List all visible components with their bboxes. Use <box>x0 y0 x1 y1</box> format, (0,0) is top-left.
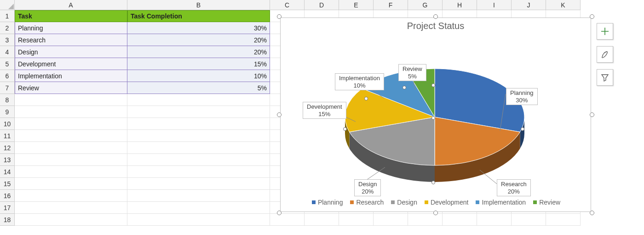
cell-C18[interactable] <box>270 214 305 226</box>
data-label[interactable]: Design20% <box>354 179 381 196</box>
worksheet: 123456789101112131415161718 ABCDEFGHIJK … <box>0 0 644 235</box>
row-header-18[interactable]: 18 <box>0 214 15 226</box>
cell-A10[interactable] <box>15 118 127 130</box>
cell-B18[interactable] <box>127 214 270 226</box>
cell-B15[interactable] <box>127 178 270 190</box>
cell-B17[interactable] <box>127 202 270 214</box>
cell-A5[interactable]: Development <box>15 58 127 70</box>
cell-A12[interactable] <box>15 142 127 154</box>
data-label[interactable]: Implementation10% <box>335 73 384 90</box>
legend-item[interactable]: Research <box>350 199 384 206</box>
row-header-14[interactable]: 14 <box>0 166 15 178</box>
row-header-11[interactable]: 11 <box>0 130 15 142</box>
cell-G18[interactable] <box>408 214 443 226</box>
cell-A11[interactable] <box>15 130 127 142</box>
selection-dot <box>431 83 435 87</box>
row-headers: 123456789101112131415161718 <box>0 0 15 226</box>
cell-B9[interactable] <box>127 106 270 118</box>
cell-B8[interactable] <box>127 94 270 106</box>
cell-B2[interactable]: 30% <box>127 22 270 34</box>
cell-K18[interactable] <box>546 214 581 226</box>
cell-A4[interactable]: Design <box>15 46 127 58</box>
cell-A8[interactable] <box>15 94 127 106</box>
row-header-7[interactable]: 7 <box>0 82 15 94</box>
row-header-3[interactable]: 3 <box>0 34 15 46</box>
row-header-1[interactable]: 1 <box>0 10 15 22</box>
column-header-C[interactable]: C <box>270 0 305 10</box>
row-header-4[interactable]: 4 <box>0 46 15 58</box>
chart-styles-button[interactable] <box>597 46 613 63</box>
column-header-G[interactable]: G <box>408 0 443 10</box>
cell-B11[interactable] <box>127 130 270 142</box>
column-header-J[interactable]: J <box>512 0 546 10</box>
cell-E18[interactable] <box>339 214 374 226</box>
legend-label: Development <box>431 199 469 206</box>
cell-I18[interactable] <box>477 214 512 226</box>
cell-B1[interactable]: Task Completion <box>127 10 270 22</box>
column-header-H[interactable]: H <box>443 0 477 10</box>
legend-item[interactable]: Planning <box>312 199 343 206</box>
row-header-16[interactable]: 16 <box>0 190 15 202</box>
row-header-2[interactable]: 2 <box>0 22 15 34</box>
cell-A14[interactable] <box>15 166 127 178</box>
chart-elements-button[interactable] <box>597 23 613 40</box>
cell-B16[interactable] <box>127 190 270 202</box>
row-header-6[interactable]: 6 <box>0 70 15 82</box>
chart-object[interactable]: Project Status Planning30%Research20%Des… <box>280 18 591 212</box>
data-label[interactable]: Review5% <box>398 64 426 81</box>
legend-swatch-icon <box>533 200 537 204</box>
row-header-13[interactable]: 13 <box>0 154 15 166</box>
cell-A7[interactable]: Review <box>15 82 127 94</box>
column-header-I[interactable]: I <box>477 0 512 10</box>
chart-filters-button[interactable] <box>597 69 613 86</box>
cell-F18[interactable] <box>374 214 408 226</box>
cell-D18[interactable] <box>305 214 339 226</box>
legend-item[interactable]: Implementation <box>476 199 526 206</box>
cell-B12[interactable] <box>127 142 270 154</box>
legend-item[interactable]: Review <box>533 199 560 206</box>
row-header-8[interactable]: 8 <box>0 94 15 106</box>
column-header-D[interactable]: D <box>305 0 339 10</box>
cell-B10[interactable] <box>127 118 270 130</box>
cell-A6[interactable]: Implementation <box>15 70 127 82</box>
cell-B3[interactable]: 20% <box>127 34 270 46</box>
row-header-10[interactable]: 10 <box>0 118 15 130</box>
cell-J18[interactable] <box>512 214 546 226</box>
cell-A15[interactable] <box>15 178 127 190</box>
row-header-5[interactable]: 5 <box>0 58 15 70</box>
cell-H18[interactable] <box>443 214 477 226</box>
cell-A13[interactable] <box>15 154 127 166</box>
cell-A18[interactable] <box>15 214 127 226</box>
cell-B13[interactable] <box>127 154 270 166</box>
cell-A3[interactable]: Research <box>15 34 127 46</box>
cell-B4[interactable]: 20% <box>127 46 270 58</box>
column-header-A[interactable]: A <box>15 0 127 10</box>
cell-A16[interactable] <box>15 190 127 202</box>
column-header-F[interactable]: F <box>374 0 408 10</box>
row-header-15[interactable]: 15 <box>0 178 15 190</box>
legend-swatch-icon <box>476 200 479 204</box>
column-header-B[interactable]: B <box>127 0 270 10</box>
cell-A17[interactable] <box>15 202 127 214</box>
cell-A2[interactable]: Planning <box>15 22 127 34</box>
pie-chart[interactable]: Planning30%Research20%Design20%Developme… <box>281 36 592 184</box>
cell-A9[interactable] <box>15 106 127 118</box>
row-header-17[interactable]: 17 <box>0 202 15 214</box>
cell-A1[interactable]: Task <box>15 10 127 22</box>
data-label[interactable]: Research20% <box>497 179 531 196</box>
cell-B7[interactable]: 5% <box>127 82 270 94</box>
select-all-corner[interactable] <box>0 0 15 10</box>
row-header-12[interactable]: 12 <box>0 142 15 154</box>
chart-title[interactable]: Project Status <box>281 21 591 31</box>
data-label[interactable]: Planning30% <box>506 88 538 105</box>
row-header-9[interactable]: 9 <box>0 106 15 118</box>
cell-B14[interactable] <box>127 166 270 178</box>
cell-B5[interactable]: 15% <box>127 58 270 70</box>
legend-item[interactable]: Development <box>425 199 469 206</box>
cell-B6[interactable]: 10% <box>127 70 270 82</box>
column-header-K[interactable]: K <box>546 0 581 10</box>
data-label[interactable]: Development15% <box>303 102 346 119</box>
legend-item[interactable]: Design <box>391 199 417 206</box>
column-header-E[interactable]: E <box>339 0 374 10</box>
legend[interactable]: PlanningResearchDesignDevelopmentImpleme… <box>281 199 592 206</box>
